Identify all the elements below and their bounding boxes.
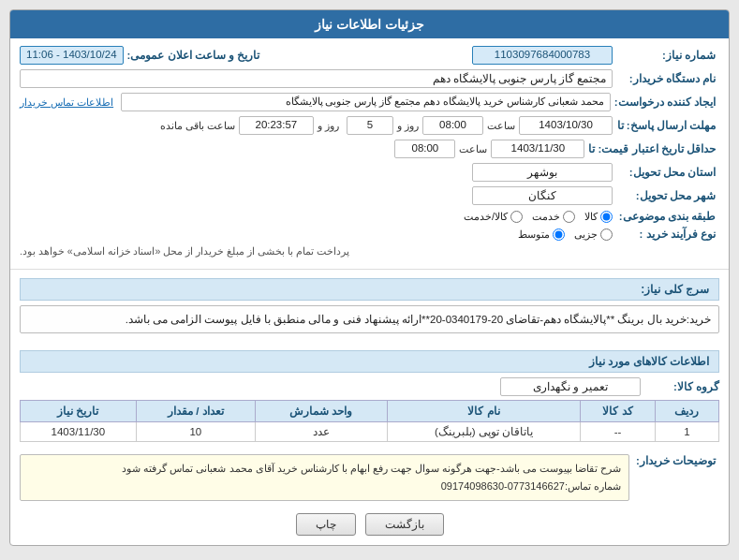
category-option-khedmat[interactable]: خدمت — [532, 211, 575, 223]
buyer-notes-content: شرح تقاضا بپیوست می باشد-جهت هرگونه سوال… — [20, 454, 629, 500]
reply-days: 5 — [347, 116, 393, 135]
buyer-org-value: مجتمع گاز پارس جنوبی پالایشگاه دهم — [20, 69, 613, 88]
col-code: کد کالا — [581, 401, 655, 422]
goods-group-label: گروه کالا: — [644, 380, 719, 393]
buyer-notes-label: توضیحات خریدار: — [635, 454, 719, 467]
purchase-type-radio-group: جزیی متوسط — [518, 228, 613, 241]
province-label: استان محل تحویل: — [616, 166, 719, 179]
page-title: جزئیات اطلاعات نیاز — [315, 17, 424, 32]
col-date: تاریخ نیاز — [21, 401, 137, 422]
purchase-type-jozi[interactable]: جزیی — [574, 228, 613, 241]
buyer-org-label: نام دستگاه خریدار: — [616, 72, 719, 85]
goods-group-value: تعمیر و نگهداری — [500, 377, 641, 396]
price-deadline-label: حداقل تاریخ اعتبار قیمت: تا — [588, 142, 719, 155]
back-button[interactable]: بازگشت — [365, 513, 444, 536]
payment-note: پرداخت تمام با بخشی از مبلغ خریدار از مح… — [20, 245, 349, 257]
reply-time-label: ساعت — [487, 120, 515, 132]
purchase-type-motawaset[interactable]: متوسط — [518, 228, 565, 241]
col-row: ردیف — [655, 401, 718, 422]
col-quantity: تعداد / مقدار — [136, 401, 255, 422]
goods-table: ردیف کد کالا نام کالا واحد شمارش تعداد /… — [20, 400, 719, 442]
creator-label: ایجاد کننده درخواست: — [614, 96, 719, 109]
reply-remaining: 20:23:57 — [239, 116, 314, 135]
price-time: 08:00 — [394, 140, 455, 158]
reply-date: 1403/10/30 — [519, 116, 613, 135]
table-row: 1--یاتاقان توپی (بلبرینگ)عدد101403/11/30 — [21, 422, 719, 442]
need-number-label: شماره نیاز: — [616, 49, 719, 62]
days-label: روز و — [318, 120, 339, 132]
purchase-type-label: نوع فرآیند خرید : — [616, 228, 719, 241]
date-time-value: 1403/10/24 - 11:06 — [20, 46, 124, 65]
price-date: 1403/11/30 — [491, 140, 584, 158]
col-unit: واحد شمارش — [255, 401, 387, 422]
province-value: بوشهر — [472, 163, 613, 182]
reply-time: 08:00 — [422, 116, 483, 135]
reply-days-label: روز و — [397, 120, 419, 132]
goods-info-title: اطلاعات کالاهای مورد نیاز — [20, 350, 719, 373]
price-time-label: ساعت — [459, 143, 487, 155]
remaining-label: ساعت باقی مانده — [160, 120, 235, 132]
city-label: شهر محل تحویل: — [616, 189, 719, 202]
col-name: نام کالا — [387, 401, 581, 422]
creator-value: محمد شعبانی کارشناس خرید پالایشگاه دهم م… — [121, 93, 611, 111]
need-number-value: 1103097684000783 — [472, 46, 613, 65]
category-option-kala[interactable]: کالا — [584, 211, 613, 223]
category-label: طبقه بندی موضوعی: — [616, 210, 719, 223]
need-description-title: سرج کلی نیاز: — [20, 278, 719, 301]
category-option-kala-khedmat[interactable]: کالا/خدمت — [464, 211, 523, 223]
date-time-label: تاریخ و ساعت اعلان عمومی: — [127, 49, 264, 62]
page-header: جزئیات اطلاعات نیاز — [10, 10, 729, 38]
city-value: کنگان — [472, 186, 613, 205]
reply-deadline-label: مهلت ارسال پاسخ: تا — [616, 119, 719, 132]
contact-link[interactable]: اطلاعات تماس خریدار — [20, 96, 113, 109]
print-button[interactable]: چاپ — [296, 513, 356, 536]
need-description-content: خرید:خرید بال برینگ **پالایشگاه دهم-تقاض… — [20, 305, 719, 333]
category-radio-group: کالا خدمت کالا/خدمت — [464, 211, 613, 223]
button-row: بازگشت چاپ — [10, 506, 729, 545]
